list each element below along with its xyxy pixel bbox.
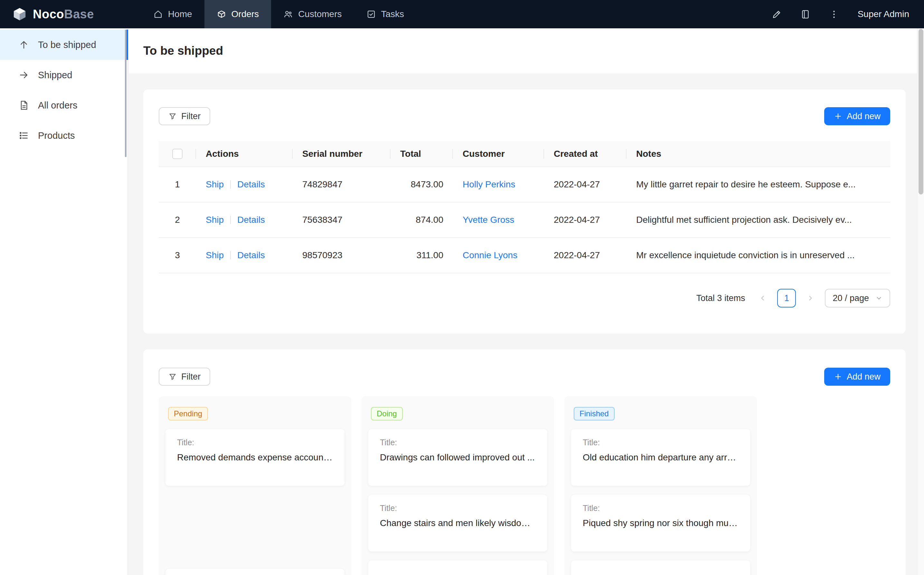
sidebar-item-label: All orders: [38, 100, 78, 111]
customer-link[interactable]: Connie Lyons: [463, 250, 518, 260]
add-new-button[interactable]: Add new: [824, 107, 890, 125]
serial-number-cell: 74829847: [293, 167, 391, 202]
sidebar-item-shipped[interactable]: Shipped: [0, 60, 127, 90]
column-header-created-at: Created at: [544, 141, 627, 167]
kanban-card[interactable]: Title: Piqued shy spring nor six though …: [571, 495, 750, 551]
customer-link[interactable]: Yvette Gross: [463, 215, 514, 225]
notes-cell: Mr excellence inquietude conviction is i…: [627, 238, 890, 273]
nav-home[interactable]: Home: [141, 0, 205, 28]
chevron-down-icon: [875, 295, 883, 302]
page-content: Filter Add new Actions: [129, 73, 917, 575]
kanban-column-doing: Doing Title: Drawings can followed impro…: [362, 396, 554, 575]
sidebar-item-all-orders[interactable]: All orders: [0, 90, 127, 121]
kanban-card[interactable]: Title: Change stairs and men likely wisd…: [368, 495, 547, 551]
details-link[interactable]: Details: [237, 250, 265, 260]
kanban-add-new-button[interactable]: Add new: [824, 368, 890, 386]
nav-orders-label: Orders: [232, 9, 259, 19]
nav-tasks[interactable]: Tasks: [354, 0, 417, 28]
user-menu[interactable]: Super Admin: [858, 9, 909, 19]
filter-button[interactable]: Filter: [159, 107, 210, 125]
created-at-cell: 2022-04-27: [544, 167, 627, 202]
column-header-notes: Notes: [627, 141, 890, 167]
kanban-filter-button[interactable]: Filter: [159, 368, 210, 386]
kanban-column-finished: Finished Title: Old education him depart…: [564, 396, 757, 575]
sidebar-item-products[interactable]: Products: [0, 121, 127, 151]
products-icon: [19, 130, 29, 141]
row-actions: Ship Details: [196, 203, 293, 237]
orders-icon: [217, 10, 226, 19]
serial-number-cell: 98570923: [293, 238, 391, 273]
select-all-checkbox[interactable]: [172, 149, 183, 159]
page-scrollbar-thumb[interactable]: [919, 29, 923, 194]
plus-icon: [834, 112, 842, 121]
logo[interactable]: NocoBase: [0, 7, 109, 22]
table-row: 2 Ship Details 75638347 874.00 Yvette Gr…: [159, 203, 890, 238]
customer-cell: Yvette Gross: [453, 203, 544, 237]
kanban-card-partial[interactable]: [571, 561, 750, 575]
book-icon[interactable]: [800, 10, 810, 19]
main-nav: Home Orders Customers: [141, 0, 416, 28]
kanban-card[interactable]: Title: Drawings can followed improved ou…: [368, 429, 547, 486]
main-area: To be shipped Filter: [129, 28, 917, 575]
notes-cell: Delightful met sufficient projection ask…: [627, 203, 890, 237]
details-link[interactable]: Details: [237, 215, 265, 225]
kanban-card[interactable]: Title: Removed demands expense account i…: [165, 429, 345, 486]
to-be-shipped-icon: [19, 40, 29, 50]
card-field-value: Drawings can followed improved out ...: [380, 452, 536, 463]
kanban-card-partial[interactable]: [368, 561, 547, 575]
table-row: 1 Ship Details 74829847 8473.00 Holly Pe…: [159, 167, 890, 203]
sidebar-scrollbar[interactable]: [125, 30, 127, 157]
kanban-card[interactable]: Title: Old education him departure any a…: [571, 429, 750, 486]
status-badge: Finished: [574, 407, 614, 421]
created-at-cell: 2022-04-27: [544, 238, 627, 273]
tasks-kanban-block: Filter Add new Pending Title:: [143, 349, 906, 575]
page-size-select[interactable]: 20 / page: [825, 289, 890, 307]
prev-page-button[interactable]: [753, 289, 772, 307]
row-actions: Ship Details: [196, 238, 293, 273]
kanban-card-partial[interactable]: [165, 569, 345, 575]
plus-icon: [834, 372, 842, 381]
serial-number-cell: 75638347: [293, 203, 391, 237]
column-header-serial: Serial number: [293, 141, 391, 167]
logo-icon: [12, 7, 27, 22]
ship-link[interactable]: Ship: [206, 250, 224, 260]
table-row: 3 Ship Details 98570923 311.00 Connie Ly…: [159, 238, 890, 273]
action-divider: [230, 251, 231, 259]
column-header-customer: Customer: [453, 141, 544, 167]
chevron-right-icon: [807, 294, 814, 302]
pagination-total: Total 3 items: [696, 293, 745, 303]
orders-toolbar: Filter Add new: [159, 107, 890, 125]
total-cell: 8473.00: [391, 167, 453, 202]
pagination: Total 3 items 1: [159, 289, 890, 307]
all-orders-icon: [19, 100, 29, 110]
customer-cell: Holly Perkins: [453, 167, 544, 202]
sidebar-item-label: Shipped: [38, 70, 72, 81]
orders-table-block: Filter Add new Actions: [143, 89, 906, 334]
sidebar-item-label: Products: [38, 130, 75, 141]
shipped-icon: [19, 70, 29, 80]
nav-orders[interactable]: Orders: [205, 0, 271, 28]
customer-link[interactable]: Holly Perkins: [463, 179, 515, 190]
card-field-value: Removed demands expense account i...: [177, 452, 333, 463]
more-icon[interactable]: [829, 10, 839, 19]
sidebar-item-to-be-shipped[interactable]: To be shipped: [0, 30, 127, 60]
card-field-value: Change stairs and men likely wisdom ...: [380, 518, 536, 528]
card-field-value: Piqued shy spring nor six though mut...: [583, 518, 738, 528]
orders-table: Actions Serial number Total Customer Cre…: [159, 141, 890, 273]
notes-cell: My little garret repair to desire he est…: [627, 167, 890, 202]
ship-link[interactable]: Ship: [206, 215, 224, 225]
row-index: 2: [159, 203, 196, 237]
card-field-value: Old education him departure any arra...: [583, 452, 738, 463]
nav-customers[interactable]: Customers: [271, 0, 354, 28]
filter-icon: [168, 372, 177, 381]
topbar-actions: Super Admin: [772, 9, 924, 19]
highlighter-icon[interactable]: [772, 10, 782, 19]
page-number-button[interactable]: 1: [777, 289, 796, 307]
page-title: To be shipped: [143, 44, 223, 58]
next-page-button[interactable]: [801, 289, 820, 307]
column-header-total: Total: [391, 141, 453, 167]
details-link[interactable]: Details: [237, 179, 265, 190]
total-cell: 311.00: [391, 238, 453, 273]
kanban-toolbar: Filter Add new: [159, 368, 890, 386]
ship-link[interactable]: Ship: [206, 179, 224, 190]
